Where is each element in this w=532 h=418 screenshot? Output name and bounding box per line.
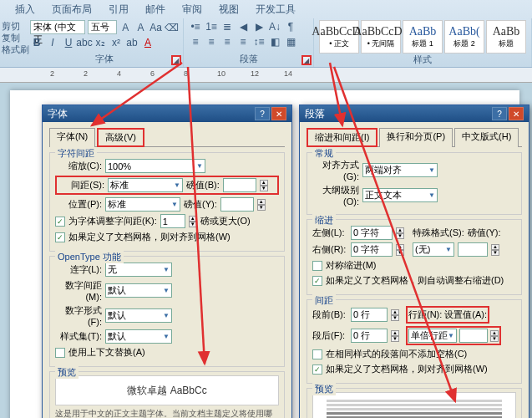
shrink-font-icon[interactable]: A bbox=[134, 21, 147, 34]
increase-indent-icon[interactable]: ▶ bbox=[252, 20, 266, 33]
help-icon[interactable]: ? bbox=[255, 107, 270, 120]
spin-icon[interactable]: ▲▼ bbox=[396, 227, 404, 239]
left-indent-input[interactable]: 0 字符 bbox=[351, 226, 393, 240]
spin-icon[interactable]: ▲▼ bbox=[391, 309, 399, 321]
styleset-label: 样式集(T): bbox=[55, 330, 102, 343]
ruler: 22 46 810 1214 bbox=[0, 68, 532, 83]
snap-grid-checkbox[interactable]: ✓ bbox=[312, 364, 322, 375]
font-size-combo[interactable]: 五号 bbox=[88, 20, 116, 34]
multilevel-icon[interactable]: ≣ bbox=[220, 20, 234, 33]
mirror-indent-checkbox[interactable] bbox=[312, 261, 322, 271]
font-dialog-launcher[interactable]: ◢ bbox=[171, 55, 181, 65]
borders-icon[interactable]: ▦ bbox=[284, 35, 297, 48]
style-nospacing[interactable]: AaBbCcDd• 无间隔 bbox=[361, 20, 401, 54]
para-preview-title: 预览 bbox=[312, 383, 336, 395]
italic-icon[interactable]: I bbox=[46, 36, 59, 49]
spin-icon[interactable]: ▲▼ bbox=[396, 244, 404, 256]
spin-icon[interactable]: ▲▼ bbox=[491, 244, 499, 256]
outline-label: 大纲级别(O): bbox=[312, 184, 359, 206]
subscript-icon[interactable]: x₂ bbox=[94, 36, 107, 49]
tab-references[interactable]: 引用 bbox=[102, 1, 135, 18]
font-color-icon[interactable]: A bbox=[141, 36, 155, 49]
align-combo[interactable]: 两端对齐▼ bbox=[362, 163, 438, 177]
align-left-icon[interactable]: ≡ bbox=[189, 35, 202, 48]
after-input[interactable]: 0 行 bbox=[351, 329, 388, 343]
numform-combo[interactable]: 默认▼ bbox=[105, 308, 172, 323]
spacing-combo[interactable]: 标准▼ bbox=[108, 178, 183, 192]
ligatures-combo[interactable]: 无▼ bbox=[105, 263, 172, 277]
auto-indent-checkbox[interactable]: ✓ bbox=[312, 276, 322, 286]
line-spacing-icon[interactable]: ↕≡ bbox=[252, 35, 266, 48]
align-right-icon[interactable]: ≡ bbox=[220, 35, 234, 48]
sort-icon[interactable]: A↓ bbox=[268, 20, 281, 33]
spin-icon[interactable]: ▲▼ bbox=[189, 216, 197, 227]
kerning-input[interactable]: 1 bbox=[160, 214, 185, 228]
preview-note: 这是用于中文的正文主题字体。当前文档主题定义将使用哪种字体。 bbox=[55, 408, 279, 418]
tab-view[interactable]: 视图 bbox=[212, 1, 246, 18]
shading-icon[interactable]: ◧ bbox=[268, 35, 281, 48]
close-icon[interactable]: ✕ bbox=[509, 107, 524, 120]
before-label: 段前(B): bbox=[312, 308, 347, 321]
kerning-label: 为字体调整字间距(K): bbox=[68, 215, 157, 227]
decrease-indent-icon[interactable]: ◀ bbox=[236, 20, 250, 33]
right-indent-input[interactable]: 0 字符 bbox=[351, 242, 393, 257]
style-h2[interactable]: AaBb(标题 2 bbox=[444, 20, 484, 54]
spin-icon[interactable]: ▲▼ bbox=[260, 180, 268, 191]
spacing-by-label: 磅值(B): bbox=[186, 179, 220, 191]
position-by-input[interactable] bbox=[220, 197, 254, 212]
mirror-label: 对称缩进(M) bbox=[326, 259, 377, 272]
tab-review[interactable]: 审阅 bbox=[175, 1, 209, 18]
bold-icon[interactable]: B bbox=[30, 36, 43, 49]
justify-icon[interactable]: ≡ bbox=[236, 35, 250, 48]
spin-icon[interactable]: ▲▼ bbox=[257, 199, 266, 211]
para-preview-group: 预览 bbox=[307, 388, 522, 418]
before-input[interactable]: 0 行 bbox=[351, 308, 388, 322]
style-h1[interactable]: AaBb标题 1 bbox=[403, 20, 443, 54]
scale-combo[interactable]: 100%▼ bbox=[105, 159, 205, 173]
nosame-checkbox[interactable] bbox=[312, 349, 322, 359]
snap-grid-checkbox[interactable]: ✓ bbox=[55, 232, 65, 242]
special-combo[interactable]: (无)▼ bbox=[413, 242, 454, 257]
styleset-combo[interactable]: 默认▼ bbox=[105, 329, 172, 344]
close-icon[interactable]: ✕ bbox=[271, 107, 286, 120]
bullets-icon[interactable]: •≡ bbox=[189, 20, 202, 33]
strike-icon[interactable]: abc bbox=[78, 36, 91, 49]
left-indent-label: 左侧(L): bbox=[312, 227, 347, 239]
numspacing-combo[interactable]: 默认▼ bbox=[105, 283, 172, 298]
contextual-checkbox[interactable] bbox=[55, 348, 65, 358]
underline-icon[interactable]: U bbox=[62, 36, 75, 49]
paragraph-dialog-launcher[interactable]: ◢ bbox=[301, 55, 312, 65]
tab-indents[interactable]: 缩进和间距(I) bbox=[307, 128, 377, 147]
position-label: 位置(P): bbox=[55, 198, 102, 211]
spin-icon[interactable]: ▲▼ bbox=[490, 330, 499, 342]
font-dialog: 字体 ?✕ 字体(N) 高级(V) 字符间距 缩放(C): 100%▼ 间距(S… bbox=[42, 104, 292, 418]
highlight-icon[interactable]: ab bbox=[125, 36, 139, 49]
change-case-icon[interactable]: Aa bbox=[149, 21, 162, 34]
scale-label: 缩放(C): bbox=[55, 160, 102, 172]
align-center-icon[interactable]: ≡ bbox=[205, 35, 218, 48]
at-input[interactable] bbox=[459, 329, 488, 343]
by-input[interactable] bbox=[458, 242, 488, 257]
spacing-by-input[interactable] bbox=[223, 178, 256, 192]
tab-advanced[interactable]: 高级(V) bbox=[97, 128, 144, 147]
numbering-icon[interactable]: 1≡ bbox=[205, 20, 218, 33]
position-combo[interactable]: 标准▼ bbox=[105, 197, 180, 212]
tab-dev[interactable]: 开发工具 bbox=[249, 1, 302, 18]
superscript-icon[interactable]: x² bbox=[109, 36, 123, 49]
show-marks-icon[interactable]: ¶ bbox=[284, 20, 297, 33]
tab-insert[interactable]: 插入 bbox=[8, 1, 42, 18]
tab-layout[interactable]: 页面布局 bbox=[45, 1, 99, 18]
tab-linebreaks[interactable]: 换行和分页(P) bbox=[379, 128, 453, 147]
tab-mail[interactable]: 邮件 bbox=[139, 1, 172, 18]
tab-font[interactable]: 字体(N) bbox=[49, 128, 95, 147]
help-icon[interactable]: ? bbox=[492, 107, 507, 120]
tab-asian[interactable]: 中文版式(H) bbox=[454, 128, 519, 147]
spin-icon[interactable]: ▲▼ bbox=[391, 330, 399, 342]
style-title[interactable]: AaBb标题 bbox=[486, 20, 526, 54]
line-spacing-combo[interactable]: 单倍行距▼ bbox=[408, 329, 457, 343]
grow-font-icon[interactable]: A bbox=[119, 21, 132, 34]
font-name-combo[interactable]: 宋体 (中文正 bbox=[30, 20, 85, 34]
outline-combo[interactable]: 正文文本▼ bbox=[362, 188, 438, 202]
kerning-checkbox[interactable]: ✓ bbox=[55, 217, 65, 227]
clear-format-icon[interactable]: ⌫ bbox=[165, 21, 178, 34]
